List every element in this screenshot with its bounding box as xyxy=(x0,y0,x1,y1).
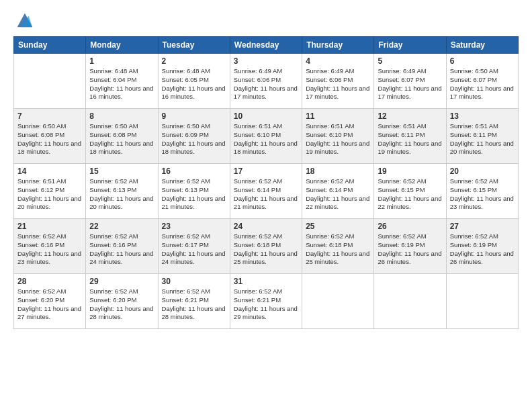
day-info: Sunrise: 6:52 AM Sunset: 6:19 PM Dayligh… xyxy=(450,232,515,267)
calendar-cell: 22Sunrise: 6:52 AM Sunset: 6:16 PM Dayli… xyxy=(86,219,158,274)
day-info: Sunrise: 6:51 AM Sunset: 6:10 PM Dayligh… xyxy=(234,122,298,156)
day-number: 6 xyxy=(450,56,515,66)
calendar-table: SundayMondayTuesdayWednesdayThursdayFrid… xyxy=(13,36,519,329)
day-info: Sunrise: 6:48 AM Sunset: 6:04 PM Dayligh… xyxy=(89,67,154,101)
day-number: 17 xyxy=(234,167,298,176)
col-header-wednesday: Wednesday xyxy=(230,37,302,54)
day-info: Sunrise: 6:52 AM Sunset: 6:13 PM Dayligh… xyxy=(162,177,226,212)
calendar-cell: 12Sunrise: 6:51 AM Sunset: 6:11 PM Dayli… xyxy=(374,109,446,164)
calendar-cell: 13Sunrise: 6:51 AM Sunset: 6:11 PM Dayli… xyxy=(446,109,518,164)
calendar-cell: 28Sunrise: 6:52 AM Sunset: 6:20 PM Dayli… xyxy=(14,274,86,329)
day-info: Sunrise: 6:52 AM Sunset: 6:17 PM Dayligh… xyxy=(162,232,226,267)
col-header-tuesday: Tuesday xyxy=(158,37,230,54)
calendar-cell: 19Sunrise: 6:52 AM Sunset: 6:15 PM Dayli… xyxy=(374,164,446,219)
day-info: Sunrise: 6:52 AM Sunset: 6:21 PM Dayligh… xyxy=(234,287,298,322)
day-info: Sunrise: 6:52 AM Sunset: 6:18 PM Dayligh… xyxy=(234,232,298,267)
day-info: Sunrise: 6:48 AM Sunset: 6:05 PM Dayligh… xyxy=(162,67,226,101)
day-number: 30 xyxy=(162,277,226,286)
calendar-cell xyxy=(14,54,86,109)
calendar-cell: 21Sunrise: 6:52 AM Sunset: 6:16 PM Dayli… xyxy=(14,219,86,274)
day-number: 12 xyxy=(378,111,442,121)
day-number: 1 xyxy=(89,56,154,66)
day-number: 11 xyxy=(306,111,370,121)
calendar-cell: 2Sunrise: 6:48 AM Sunset: 6:05 PM Daylig… xyxy=(158,54,230,109)
day-number: 16 xyxy=(162,167,226,176)
day-info: Sunrise: 6:52 AM Sunset: 6:18 PM Dayligh… xyxy=(306,232,370,267)
day-number: 22 xyxy=(89,222,154,231)
calendar-cell: 20Sunrise: 6:52 AM Sunset: 6:15 PM Dayli… xyxy=(446,164,518,219)
calendar-cell: 27Sunrise: 6:52 AM Sunset: 6:19 PM Dayli… xyxy=(446,219,518,274)
calendar-cell: 8Sunrise: 6:50 AM Sunset: 6:08 PM Daylig… xyxy=(86,109,158,164)
day-info: Sunrise: 6:52 AM Sunset: 6:16 PM Dayligh… xyxy=(89,232,154,267)
day-number: 23 xyxy=(162,222,226,231)
day-number: 29 xyxy=(89,277,154,286)
calendar-week-row: 14Sunrise: 6:51 AM Sunset: 6:12 PM Dayli… xyxy=(14,164,519,219)
calendar-cell xyxy=(302,274,374,329)
day-info: Sunrise: 6:50 AM Sunset: 6:09 PM Dayligh… xyxy=(162,122,226,156)
day-number: 2 xyxy=(162,56,226,66)
calendar-cell: 30Sunrise: 6:52 AM Sunset: 6:21 PM Dayli… xyxy=(158,274,230,329)
calendar-cell: 26Sunrise: 6:52 AM Sunset: 6:19 PM Dayli… xyxy=(374,219,446,274)
day-info: Sunrise: 6:52 AM Sunset: 6:14 PM Dayligh… xyxy=(306,177,370,212)
day-info: Sunrise: 6:52 AM Sunset: 6:13 PM Dayligh… xyxy=(89,177,154,212)
calendar-cell: 17Sunrise: 6:52 AM Sunset: 6:14 PM Dayli… xyxy=(230,164,302,219)
calendar-cell: 14Sunrise: 6:51 AM Sunset: 6:12 PM Dayli… xyxy=(14,164,86,219)
calendar-week-row: 1Sunrise: 6:48 AM Sunset: 6:04 PM Daylig… xyxy=(14,54,519,109)
day-number: 10 xyxy=(234,111,298,121)
day-number: 21 xyxy=(17,222,82,231)
calendar-cell: 3Sunrise: 6:49 AM Sunset: 6:06 PM Daylig… xyxy=(230,54,302,109)
day-info: Sunrise: 6:52 AM Sunset: 6:15 PM Dayligh… xyxy=(450,177,515,212)
calendar-cell: 5Sunrise: 6:49 AM Sunset: 6:07 PM Daylig… xyxy=(374,54,446,109)
calendar-header-row: SundayMondayTuesdayWednesdayThursdayFrid… xyxy=(14,37,519,54)
day-number: 31 xyxy=(234,277,298,286)
col-header-friday: Friday xyxy=(374,37,446,54)
day-number: 14 xyxy=(17,167,82,176)
day-info: Sunrise: 6:51 AM Sunset: 6:11 PM Dayligh… xyxy=(378,122,442,156)
col-header-sunday: Sunday xyxy=(14,37,86,54)
calendar-cell: 23Sunrise: 6:52 AM Sunset: 6:17 PM Dayli… xyxy=(158,219,230,274)
day-info: Sunrise: 6:51 AM Sunset: 6:12 PM Dayligh… xyxy=(17,177,82,212)
page: SundayMondayTuesdayWednesdayThursdayFrid… xyxy=(0,0,532,411)
logo-icon xyxy=(15,11,34,30)
calendar-cell: 4Sunrise: 6:49 AM Sunset: 6:06 PM Daylig… xyxy=(302,54,374,109)
day-info: Sunrise: 6:49 AM Sunset: 6:06 PM Dayligh… xyxy=(234,67,298,101)
day-number: 8 xyxy=(89,111,154,121)
day-info: Sunrise: 6:50 AM Sunset: 6:07 PM Dayligh… xyxy=(450,67,515,101)
calendar-cell: 6Sunrise: 6:50 AM Sunset: 6:07 PM Daylig… xyxy=(446,54,518,109)
calendar-cell: 18Sunrise: 6:52 AM Sunset: 6:14 PM Dayli… xyxy=(302,164,374,219)
calendar-cell: 7Sunrise: 6:50 AM Sunset: 6:08 PM Daylig… xyxy=(14,109,86,164)
calendar-cell: 15Sunrise: 6:52 AM Sunset: 6:13 PM Dayli… xyxy=(86,164,158,219)
calendar-cell: 9Sunrise: 6:50 AM Sunset: 6:09 PM Daylig… xyxy=(158,109,230,164)
day-number: 15 xyxy=(89,167,154,176)
header xyxy=(13,11,519,30)
day-number: 13 xyxy=(450,111,515,121)
day-info: Sunrise: 6:52 AM Sunset: 6:19 PM Dayligh… xyxy=(378,232,442,267)
calendar-cell: 1Sunrise: 6:48 AM Sunset: 6:04 PM Daylig… xyxy=(86,54,158,109)
logo xyxy=(13,11,34,30)
day-number: 9 xyxy=(162,111,226,121)
col-header-saturday: Saturday xyxy=(446,37,518,54)
calendar-cell xyxy=(446,274,518,329)
day-number: 26 xyxy=(378,222,442,231)
day-number: 24 xyxy=(234,222,298,231)
calendar-cell: 29Sunrise: 6:52 AM Sunset: 6:20 PM Dayli… xyxy=(86,274,158,329)
day-info: Sunrise: 6:52 AM Sunset: 6:20 PM Dayligh… xyxy=(89,287,154,322)
day-number: 19 xyxy=(378,167,442,176)
day-number: 7 xyxy=(17,111,82,121)
calendar-cell: 10Sunrise: 6:51 AM Sunset: 6:10 PM Dayli… xyxy=(230,109,302,164)
day-info: Sunrise: 6:52 AM Sunset: 6:21 PM Dayligh… xyxy=(162,287,226,322)
day-number: 20 xyxy=(450,167,515,176)
day-info: Sunrise: 6:49 AM Sunset: 6:06 PM Dayligh… xyxy=(306,67,370,101)
calendar-week-row: 28Sunrise: 6:52 AM Sunset: 6:20 PM Dayli… xyxy=(14,274,519,329)
calendar-cell: 25Sunrise: 6:52 AM Sunset: 6:18 PM Dayli… xyxy=(302,219,374,274)
day-number: 28 xyxy=(17,277,82,286)
calendar-cell: 16Sunrise: 6:52 AM Sunset: 6:13 PM Dayli… xyxy=(158,164,230,219)
day-info: Sunrise: 6:50 AM Sunset: 6:08 PM Dayligh… xyxy=(89,122,154,156)
day-info: Sunrise: 6:49 AM Sunset: 6:07 PM Dayligh… xyxy=(378,67,442,101)
day-info: Sunrise: 6:52 AM Sunset: 6:16 PM Dayligh… xyxy=(17,232,82,267)
day-info: Sunrise: 6:52 AM Sunset: 6:20 PM Dayligh… xyxy=(17,287,82,322)
day-info: Sunrise: 6:52 AM Sunset: 6:15 PM Dayligh… xyxy=(378,177,442,212)
day-info: Sunrise: 6:50 AM Sunset: 6:08 PM Dayligh… xyxy=(17,122,82,156)
day-number: 25 xyxy=(306,222,370,231)
calendar-week-row: 21Sunrise: 6:52 AM Sunset: 6:16 PM Dayli… xyxy=(14,219,519,274)
